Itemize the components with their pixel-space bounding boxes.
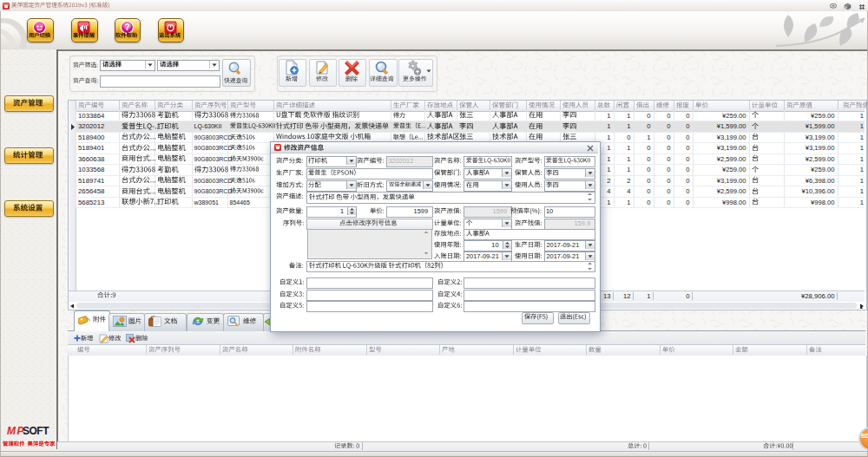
svg-text:?: ? — [124, 23, 129, 32]
